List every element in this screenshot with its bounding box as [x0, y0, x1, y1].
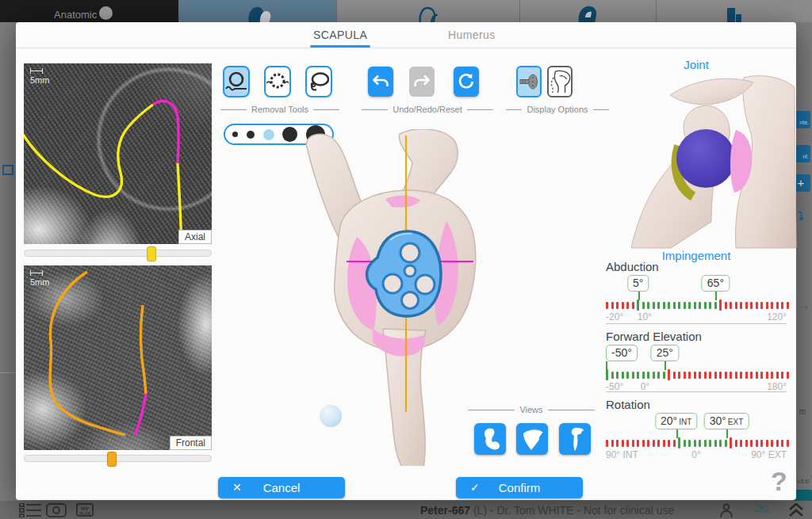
range-tick [626, 372, 629, 379]
frontal-slice-slider[interactable] [24, 455, 212, 462]
range-tick [632, 302, 634, 309]
redo-icon [413, 74, 431, 89]
range-tick [740, 302, 742, 309]
user-icon[interactable] [720, 503, 733, 517]
abduction-gauge: Abduction 5°65° -20°10°120° [606, 260, 787, 322]
list-icon[interactable] [19, 503, 43, 517]
axial-slider-handle[interactable] [147, 246, 156, 261]
range-tick [766, 440, 768, 447]
collapse-icon[interactable] [788, 503, 804, 517]
range-tick [606, 302, 608, 309]
view-anterior-button[interactable] [516, 423, 548, 455]
angle-badge[interactable]: 5° [627, 275, 649, 292]
range-tick [787, 440, 789, 447]
tab-scapula[interactable]: SCAPULA [313, 29, 367, 41]
views-label: Views [468, 405, 595, 414]
scale-bar-frontal: 5mm [30, 270, 49, 287]
axial-slice-slider[interactable] [24, 250, 212, 257]
left-strip-tool-icon[interactable] [2, 165, 13, 175]
wire-loop-tool-button[interactable] [223, 66, 250, 97]
nav-tab-report[interactable] [656, 0, 812, 22]
range-tick [611, 372, 614, 379]
range-tick [673, 440, 676, 447]
reference-sphere[interactable] [320, 405, 342, 427]
anatomy-display-button[interactable] [547, 66, 573, 97]
rotate-arrow-icon[interactable]: ⤵ [798, 209, 804, 223]
range-tick [637, 372, 639, 379]
axis-label: -20° [606, 311, 623, 322]
range-tick [766, 372, 768, 379]
range-tick [684, 302, 686, 309]
dashed-circle-tool-button[interactable] [264, 66, 291, 97]
range-tick [688, 302, 691, 309]
range-tick [668, 302, 670, 309]
snapshot-icon[interactable] [46, 503, 67, 517]
range-tick [756, 372, 758, 379]
help-icon[interactable]: ? [771, 466, 787, 497]
range-tick [760, 372, 763, 379]
view-superior-button[interactable] [559, 423, 591, 455]
bar-chart-icon [724, 5, 745, 24]
rotation-gauge: Rotation 20°INT30°EXT 90° INT0°90° EXT [606, 391, 787, 460]
scapula-3d-view[interactable] [222, 129, 603, 466]
range-tick [735, 302, 737, 309]
range-tick [704, 302, 707, 309]
check-icon: ✓ [470, 481, 480, 494]
frontal-ct-view[interactable]: 5mm Frontal [24, 265, 212, 450]
range-tick [776, 302, 779, 309]
range-tick [714, 440, 717, 447]
nav-tab-humerus[interactable] [336, 0, 519, 22]
axis-label: 180° [767, 381, 787, 392]
angle-badge[interactable]: 25° [651, 345, 679, 361]
frontal-slider-handle[interactable] [107, 452, 117, 467]
angle-badge[interactable]: 65° [702, 275, 730, 292]
wire-loop-icon [225, 71, 247, 93]
range-tick [719, 372, 722, 379]
glenosphere-head [676, 129, 735, 188]
implant-screw-icon [519, 71, 539, 92]
reset-button[interactable] [454, 67, 479, 97]
range-tick [678, 372, 680, 379]
ai-one-icon[interactable]: ⌄ AI One [749, 502, 774, 513]
range-tick [719, 440, 722, 447]
axis-label: 0° [641, 381, 649, 392]
range-tick [684, 372, 686, 379]
scale-bar-axial: 5mm [30, 68, 49, 85]
joint-3d-view[interactable] [626, 70, 796, 248]
range-tick [725, 440, 727, 447]
nav-tab-implant[interactable] [519, 0, 656, 22]
range-tick [673, 372, 676, 379]
angle-badge[interactable]: -50° [606, 345, 638, 361]
angle-badge[interactable]: 30°EXT [704, 413, 749, 429]
tab-humerus[interactable]: Humerus [448, 29, 496, 41]
translate-arrow-icon[interactable]: → [798, 298, 810, 311]
lasso-tool-button[interactable] [305, 66, 332, 97]
unit-label: m [799, 407, 806, 416]
confirm-button[interactable]: ✓ Confirm [456, 477, 583, 498]
range-tick [745, 372, 748, 379]
range-tick [673, 302, 676, 309]
cancel-button[interactable]: ✕ Cancel [218, 477, 345, 498]
nav-tab-glenoid[interactable] [178, 0, 336, 22]
range-tick [626, 440, 629, 447]
undo-button[interactable] [368, 67, 393, 97]
redo-button[interactable] [409, 67, 435, 97]
pdf-plan-icon[interactable]: PDF PLAN [76, 503, 94, 517]
range-tick [704, 440, 707, 447]
axis-label: 10° [638, 311, 652, 322]
range-tick [632, 440, 634, 447]
range-tick [699, 302, 701, 309]
implant-display-button[interactable] [516, 66, 542, 97]
range-tick [787, 372, 789, 379]
range-tick [725, 372, 727, 379]
axial-ct-view[interactable]: 5mm Axial [24, 63, 212, 244]
range-tick [653, 372, 655, 379]
axis-label: 90° EXT [751, 449, 787, 460]
range-tick [647, 302, 649, 309]
view-lateral-button[interactable] [474, 423, 506, 455]
shoulder-joint-icon [244, 3, 271, 24]
range-tick [657, 372, 660, 379]
background-top-bar: Anatomic [0, 0, 812, 22]
anatomic-toggle[interactable] [99, 6, 113, 20]
angle-badge[interactable]: 20°INT [655, 413, 697, 429]
